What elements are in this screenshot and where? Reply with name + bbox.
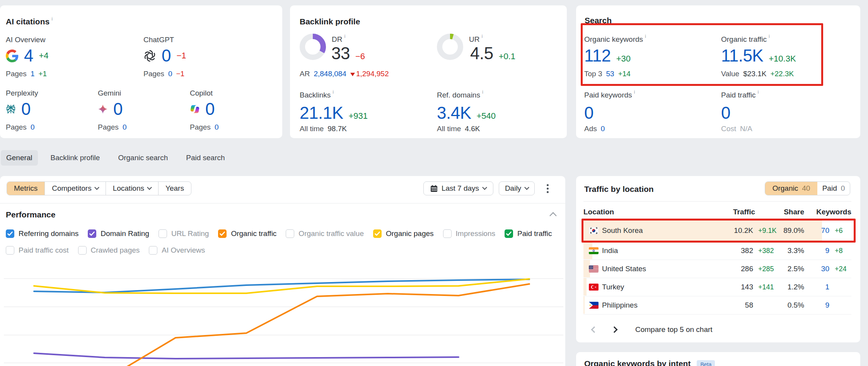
pages-value[interactable]: 0	[123, 123, 127, 132]
pages-delta: −1	[176, 70, 184, 78]
toggle-paid[interactable]: Paid 0	[817, 182, 850, 195]
location-traffic-delta: +382	[758, 247, 774, 255]
metric-checkbox-paid-traffic[interactable]: Paid traffic	[505, 229, 552, 238]
location-row-philippines[interactable]: Philippines 58 0.5% 9	[583, 296, 851, 315]
location-keywords[interactable]: 30	[821, 265, 829, 273]
prev-page-chevron-icon[interactable]	[591, 327, 598, 333]
column-location: Location	[583, 208, 614, 216]
performance-card: Metrics Competitors Locations Years Last…	[0, 176, 565, 366]
traffic-by-location-title: Traffic by location	[584, 185, 654, 193]
ai-citation-value[interactable]: 0	[113, 101, 123, 118]
chevron-down-icon	[94, 185, 99, 190]
location-row-south-korea[interactable]: South Korea 10.2K +9.1K 89.0% 70 +6	[583, 219, 851, 242]
ai-citation-value[interactable]: 0	[21, 101, 31, 118]
location-keywords[interactable]: 70	[821, 226, 829, 235]
segment-years[interactable]: Years	[159, 182, 191, 195]
location-traffic: 382	[741, 246, 753, 255]
organic-paid-toggle: Organic 40 Paid 0	[765, 181, 850, 195]
location-share: 3.3%	[788, 246, 804, 255]
performance-title: Performance	[6, 210, 55, 219]
top3-value[interactable]: 53	[606, 70, 614, 78]
next-page-chevron-icon[interactable]	[611, 327, 618, 333]
location-keywords[interactable]: 9	[825, 301, 829, 310]
google-icon	[6, 50, 19, 62]
ai-citation-value[interactable]: 0	[205, 101, 215, 118]
toggle-paid-label: Paid	[822, 184, 837, 193]
ar-value[interactable]: 2,848,084	[314, 70, 346, 78]
granularity-button[interactable]: Daily	[499, 181, 535, 195]
flag-in-icon	[589, 247, 599, 254]
location-name: Philippines	[602, 301, 638, 310]
info-icon[interactable]: i	[333, 89, 334, 95]
location-pagination: Compare top 5 on chart	[583, 324, 713, 335]
backlinks-alltime-value: 98.7K	[327, 125, 347, 133]
toggle-paid-count: 0	[841, 184, 845, 193]
ads-value[interactable]: 0	[601, 125, 605, 133]
ai-citation-item-copilot: Copilot 0 Pages 0	[190, 89, 213, 97]
segment-competitors[interactable]: Competitors	[45, 182, 106, 195]
ref-domains-value[interactable]: 3.4K	[437, 104, 471, 121]
toggle-organic[interactable]: Organic 40	[765, 182, 817, 195]
pages-value[interactable]: 0	[168, 70, 172, 78]
collapse-chevron-up-icon[interactable]	[549, 212, 556, 219]
segment-metrics[interactable]: Metrics	[7, 182, 45, 195]
pages-value[interactable]: 1	[31, 70, 35, 78]
organic-keywords-value[interactable]: 112	[584, 47, 611, 64]
dr-delta: −6	[355, 51, 365, 62]
location-keywords[interactable]: 1	[825, 283, 829, 291]
dr-value[interactable]: 33	[331, 45, 350, 62]
tab-organic-search[interactable]: Organic search	[113, 150, 173, 166]
metric-checkbox-domain-rating[interactable]: Domain Rating	[88, 229, 149, 238]
location-row-united-states[interactable]: United States 286 +285 2.5% 30 +24	[583, 260, 851, 278]
location-row-india[interactable]: India 382 +382 3.3% 9 +8	[583, 242, 851, 260]
toggle-organic-label: Organic	[773, 184, 798, 193]
info-icon[interactable]: i	[344, 33, 345, 39]
date-range-button[interactable]: Last 7 days	[423, 181, 493, 195]
checkbox-icon	[286, 229, 294, 238]
metric-checkbox-organic-pages[interactable]: Organic pages	[373, 229, 434, 238]
info-icon[interactable]: i	[757, 89, 759, 95]
paid-traffic-value[interactable]: 0	[721, 104, 730, 121]
metric-checkbox-organic-traffic[interactable]: Organic traffic	[218, 229, 276, 238]
ai-citation-item-ai-overview: AI Overview 4 +4 Pages 1 +1	[6, 36, 45, 44]
location-row-turkey[interactable]: Turkey 143 +141 1.2% 1	[583, 278, 851, 296]
segment-locations[interactable]: Locations	[106, 182, 159, 195]
pages-value[interactable]: 0	[31, 123, 35, 132]
tab-general[interactable]: General	[1, 150, 38, 166]
location-table-header: Location Traffic Share Keywords	[583, 208, 851, 218]
location-traffic: 58	[745, 301, 753, 310]
ai-citation-value[interactable]: 0	[162, 47, 171, 64]
ur-value[interactable]: 4.5	[470, 45, 493, 62]
location-keywords[interactable]: 9	[825, 246, 829, 255]
pages-value[interactable]: 0	[215, 123, 219, 132]
metric-checkbox-impressions[interactable]: Impressions	[443, 229, 495, 238]
cost-label: Cost	[721, 125, 736, 133]
metric-checkbox-organic-traffic-value[interactable]: Organic traffic value	[286, 229, 364, 238]
info-icon[interactable]: i	[481, 33, 483, 39]
tab-backlink-profile[interactable]: Backlink profile	[45, 150, 106, 166]
search-title-row: Search	[585, 16, 612, 25]
metric-checkbox-referring-domains[interactable]: Referring domains	[6, 229, 78, 238]
paid-keywords-value[interactable]: 0	[584, 104, 593, 121]
organic-traffic-value[interactable]: 11.5K	[721, 47, 763, 64]
more-options-button[interactable]	[543, 181, 552, 195]
location-traffic-delta: +141	[758, 283, 774, 291]
series-domain-rating	[34, 353, 459, 359]
info-icon[interactable]: i	[482, 89, 483, 95]
info-icon[interactable]: i	[51, 16, 53, 22]
checkbox-icon	[218, 229, 227, 238]
performance-line-chart[interactable]	[0, 244, 565, 366]
ref-domains-alltime-value: 4.6K	[465, 125, 480, 133]
ai-citation-value[interactable]: 4	[24, 47, 33, 64]
column-keywords: Keywords	[816, 208, 851, 216]
tab-paid-search[interactable]: Paid search	[181, 150, 230, 166]
compare-top5-link[interactable]: Compare top 5 on chart	[635, 325, 713, 334]
info-icon[interactable]: i	[645, 33, 646, 39]
info-icon[interactable]: i	[769, 33, 770, 39]
ai-citation-label: Copilot	[190, 89, 213, 97]
metric-checkbox-url-rating[interactable]: URL Rating	[159, 229, 209, 238]
backlinks-value[interactable]: 21.1K	[300, 104, 343, 121]
info-icon[interactable]: i	[634, 89, 635, 95]
ai-citation-delta: +4	[39, 51, 48, 61]
ai-citations-card: AI citationsi AI Overview 4 +4 Pages 1 +…	[0, 5, 282, 138]
